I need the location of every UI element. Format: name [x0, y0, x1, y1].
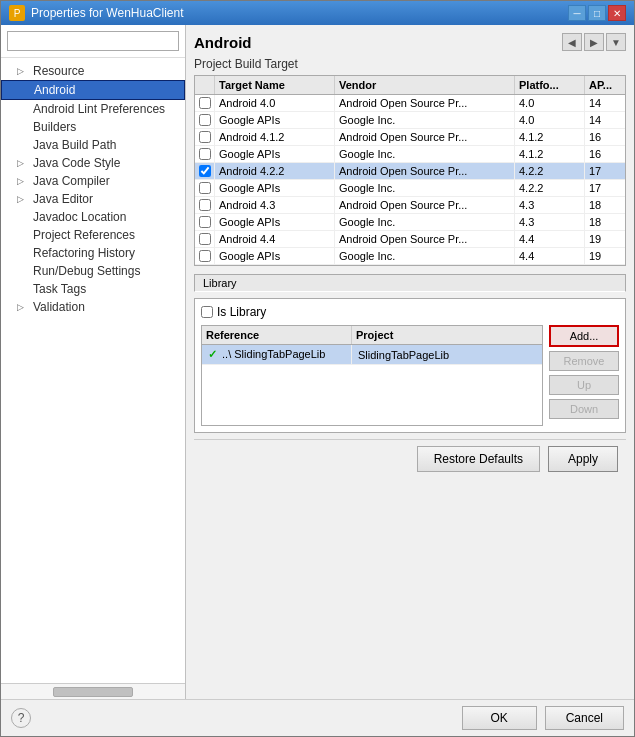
up-button[interactable]: Up [549, 375, 619, 395]
target-name: Google APIs [215, 112, 335, 128]
sidebar-item-label: Javadoc Location [33, 210, 126, 224]
sidebar-item-resource[interactable]: ▷Resource [1, 62, 185, 80]
is-library-label: Is Library [217, 305, 266, 319]
target-checkbox-0[interactable] [199, 97, 211, 109]
platform-version: 4.3 [515, 197, 585, 213]
help-button[interactable]: ? [11, 708, 31, 728]
table-row[interactable]: Android 4.0Android Open Source Pr...4.01… [195, 95, 625, 112]
ref-row[interactable]: ✓ ..\ SlidingTabPageLibSlidingTabPageLib [202, 345, 542, 365]
window-icon: P [9, 5, 25, 21]
table-row[interactable]: Google APIsGoogle Inc.4.014 [195, 112, 625, 129]
ref-project: SlidingTabPageLib [352, 346, 542, 364]
table-row[interactable]: Android 4.2.2Android Open Source Pr...4.… [195, 163, 625, 180]
api-level: 17 [585, 163, 625, 179]
target-name: Google APIs [215, 180, 335, 196]
sidebar-item-java-build-path[interactable]: Java Build Path [1, 136, 185, 154]
down-button[interactable]: Down [549, 399, 619, 419]
window-title: Properties for WenHuaClient [31, 6, 184, 20]
row-check [195, 112, 215, 128]
table-row[interactable]: Android 4.3Android Open Source Pr...4.31… [195, 197, 625, 214]
row-check [195, 214, 215, 230]
sidebar-item-label: Run/Debug Settings [33, 264, 140, 278]
dropdown-button[interactable]: ▼ [606, 33, 626, 51]
target-checkbox-9[interactable] [199, 250, 211, 262]
restore-defaults-button[interactable]: Restore Defaults [417, 446, 540, 472]
sidebar-item-android-lint[interactable]: Android Lint Preferences [1, 100, 185, 118]
library-section: Is Library Reference Project ✓ ..\ Slidi… [194, 298, 626, 433]
panel-title: Android [194, 34, 252, 51]
ref-col-reference: Reference [202, 326, 352, 344]
platform-version: 4.4 [515, 231, 585, 247]
table-row[interactable]: Google APIsGoogle Inc.4.419 [195, 248, 625, 265]
table-row[interactable]: Android 4.1.2Android Open Source Pr...4.… [195, 129, 625, 146]
sidebar-item-java-editor[interactable]: ▷Java Editor [1, 190, 185, 208]
table-header: Target Name Vendor Platfo... AP... [195, 76, 625, 95]
vendor-name: Google Inc. [335, 146, 515, 162]
panel-nav: ◀ ▶ ▼ [562, 33, 626, 51]
back-button[interactable]: ◀ [562, 33, 582, 51]
api-level: 16 [585, 146, 625, 162]
build-target-label: Project Build Target [194, 57, 626, 71]
target-name: Android 4.2.2 [215, 163, 335, 179]
apply-button[interactable]: Apply [548, 446, 618, 472]
vendor-name: Android Open Source Pr... [335, 129, 515, 145]
sidebar-item-run-debug[interactable]: Run/Debug Settings [1, 262, 185, 280]
target-checkbox-8[interactable] [199, 233, 211, 245]
sidebar-scrollbar[interactable] [1, 683, 185, 699]
target-name: Google APIs [215, 146, 335, 162]
sidebar-item-label: Project References [33, 228, 135, 242]
remove-button[interactable]: Remove [549, 351, 619, 371]
maximize-button[interactable]: □ [588, 5, 606, 21]
table-row[interactable]: Google APIsGoogle Inc.4.2.217 [195, 180, 625, 197]
footer-bar: ? OK Cancel [1, 699, 634, 736]
target-checkbox-6[interactable] [199, 199, 211, 211]
minimize-button[interactable]: ─ [568, 5, 586, 21]
vendor-name: Android Open Source Pr... [335, 197, 515, 213]
ok-button[interactable]: OK [462, 706, 537, 730]
sidebar-item-label: Validation [33, 300, 85, 314]
api-level: 14 [585, 112, 625, 128]
row-check [195, 163, 215, 179]
sidebar: ▷ResourceAndroidAndroid Lint Preferences… [1, 25, 186, 699]
platform-version: 4.1.2 [515, 146, 585, 162]
target-checkbox-7[interactable] [199, 216, 211, 228]
sidebar-item-task-tags[interactable]: Task Tags [1, 280, 185, 298]
table-row[interactable]: Android 4.4Android Open Source Pr...4.41… [195, 231, 625, 248]
target-checkbox-1[interactable] [199, 114, 211, 126]
sidebar-item-android[interactable]: Android [1, 80, 185, 100]
sidebar-item-validation[interactable]: ▷Validation [1, 298, 185, 316]
is-library-row: Is Library [201, 305, 619, 319]
close-button[interactable]: ✕ [608, 5, 626, 21]
is-library-checkbox[interactable] [201, 306, 213, 318]
panel-header: Android ◀ ▶ ▼ [194, 33, 626, 51]
target-checkbox-2[interactable] [199, 131, 211, 143]
sidebar-item-java-code-style[interactable]: ▷Java Code Style [1, 154, 185, 172]
sidebar-item-label: Java Build Path [33, 138, 116, 152]
target-name: Android 4.1.2 [215, 129, 335, 145]
vendor-name: Google Inc. [335, 214, 515, 230]
sidebar-item-java-compiler[interactable]: ▷Java Compiler [1, 172, 185, 190]
table-row[interactable]: Google APIsGoogle Inc.4.318 [195, 214, 625, 231]
col-api: AP... [585, 76, 626, 94]
cancel-button[interactable]: Cancel [545, 706, 624, 730]
sidebar-item-label: Android [34, 83, 75, 97]
target-name: Google APIs [215, 214, 335, 230]
target-checkbox-5[interactable] [199, 182, 211, 194]
sidebar-item-project-refs[interactable]: Project References [1, 226, 185, 244]
sidebar-item-refactoring[interactable]: Refactoring History [1, 244, 185, 262]
vendor-name: Google Inc. [335, 180, 515, 196]
target-checkbox-3[interactable] [199, 148, 211, 160]
sidebar-item-javadoc[interactable]: Javadoc Location [1, 208, 185, 226]
forward-button[interactable]: ▶ [584, 33, 604, 51]
table-row[interactable]: Google APIsGoogle Inc.4.1.216 [195, 146, 625, 163]
sidebar-search-input[interactable] [7, 31, 179, 51]
table-body: Android 4.0Android Open Source Pr...4.01… [195, 95, 625, 265]
footer-right: OK Cancel [462, 706, 624, 730]
sidebar-item-builders[interactable]: Builders [1, 118, 185, 136]
vendor-name: Android Open Source Pr... [335, 163, 515, 179]
library-tab[interactable]: Library [194, 274, 626, 292]
target-checkbox-4[interactable] [199, 165, 211, 177]
platform-version: 4.1.2 [515, 129, 585, 145]
add-button[interactable]: Add... [549, 325, 619, 347]
api-level: 19 [585, 231, 625, 247]
